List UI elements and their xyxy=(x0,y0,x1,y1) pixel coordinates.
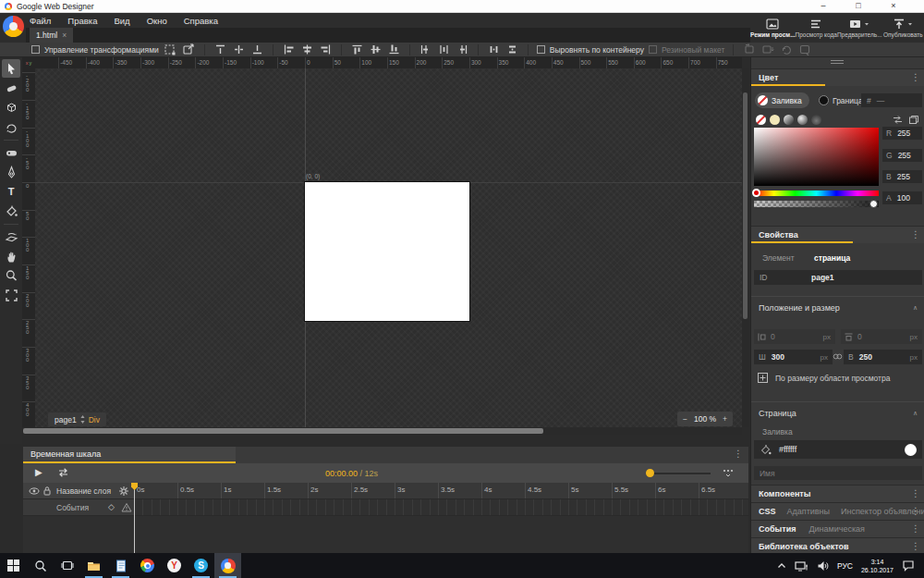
tab-events[interactable]: События xyxy=(759,524,796,534)
minimize-button[interactable]: – xyxy=(809,0,837,12)
space-vertical-icon[interactable] xyxy=(505,43,519,55)
events-track[interactable] xyxy=(134,499,748,516)
vertical-scrollbar-thumb[interactable] xyxy=(743,92,748,319)
fill-mode-button[interactable]: Заливка xyxy=(755,92,809,108)
flip-center-icon[interactable] xyxy=(232,43,246,55)
language-indicator[interactable]: РУС xyxy=(837,561,853,571)
volume-icon[interactable] xyxy=(817,560,829,572)
transform-checkbox[interactable] xyxy=(31,45,40,54)
swap-colors-icon[interactable] xyxy=(892,115,904,125)
gwd-taskbar-icon[interactable] xyxy=(214,553,241,578)
lock-icon[interactable] xyxy=(43,486,52,496)
events-menu-icon[interactable]: ⋮ xyxy=(911,524,920,534)
css-panel-header[interactable]: CSS Адаптивны Инспектор объявлени ⋮ xyxy=(751,502,924,520)
border-mode-button[interactable]: Граница xyxy=(819,92,863,108)
artboard-page1[interactable] xyxy=(305,182,469,321)
events-panel-header[interactable]: События Динамическая ⋮ xyxy=(751,520,924,537)
breadcrumb-element[interactable]: page1 xyxy=(55,415,77,424)
height-input[interactable]: В 250 px xyxy=(844,350,922,364)
hand-tool[interactable] xyxy=(2,247,20,265)
alpha-slider-knob[interactable] xyxy=(869,200,878,208)
panel-drag-handle[interactable] xyxy=(831,60,844,64)
components-panel-header[interactable]: Компоненты ⋮ xyxy=(751,485,924,502)
close-button[interactable]: × xyxy=(880,0,907,12)
color-saturation-area[interactable] xyxy=(754,128,879,186)
link-dimensions-icon[interactable] xyxy=(833,352,843,361)
align-top-icon[interactable] xyxy=(350,43,364,55)
color-panel-menu-icon[interactable]: ⋮ xyxy=(911,73,920,82)
space-horizontal-icon[interactable] xyxy=(487,43,501,55)
3d-stage-rotate-tool[interactable] xyxy=(2,228,20,246)
scale-transform-icon[interactable] xyxy=(182,43,196,55)
zoom-out-button[interactable]: − xyxy=(683,414,687,424)
alpha-input[interactable]: A100 xyxy=(882,191,922,204)
notepad-app-icon[interactable] xyxy=(107,553,134,578)
hue-slider[interactable] xyxy=(754,191,879,196)
timeline-zoom-slider[interactable] xyxy=(650,473,711,474)
chrome-icon[interactable] xyxy=(134,553,161,578)
tag-shape-tool[interactable] xyxy=(2,79,20,97)
page-name-input[interactable]: Имя xyxy=(754,466,922,480)
page-fill-swatch[interactable] xyxy=(905,444,917,456)
flip-bottom-icon[interactable] xyxy=(250,43,264,55)
swatch-linear-gradient[interactable] xyxy=(784,115,794,125)
text-tool[interactable]: T xyxy=(2,182,20,201)
skype-icon[interactable]: S xyxy=(188,553,214,578)
tray-expand-icon[interactable] xyxy=(777,562,786,570)
vertical-scrollbar[interactable] xyxy=(742,68,748,427)
keyframe-diamond-icon[interactable]: ◇ xyxy=(108,502,115,511)
gear-icon[interactable] xyxy=(118,486,129,497)
horizontal-scrollbar-thumb[interactable] xyxy=(23,428,543,434)
tab-1html[interactable]: 1.html × xyxy=(30,28,73,43)
menu-item[interactable]: Окно xyxy=(147,16,167,26)
alpha-slider[interactable] xyxy=(754,201,879,207)
properties-panel-menu-icon[interactable]: ⋮ xyxy=(911,230,920,240)
timeline-menu-icon[interactable]: ⋮ xyxy=(734,449,743,459)
css-menu-icon[interactable]: ⋮ xyxy=(911,507,920,516)
tab-adaptive[interactable]: Адаптивны xyxy=(787,507,831,516)
possize-section-header[interactable]: Положение и размер ∧ xyxy=(751,300,924,316)
tab-css[interactable]: CSS xyxy=(759,507,776,516)
maximize-button[interactable]: □ xyxy=(845,0,872,12)
task-view-icon[interactable] xyxy=(54,553,80,578)
distribute-right-icon[interactable] xyxy=(456,43,469,55)
swatch-none[interactable] xyxy=(756,115,766,125)
fit-to-viewport-button[interactable]: По размеру области просмотра xyxy=(757,372,890,384)
pen-tool[interactable] xyxy=(2,163,20,181)
page-section-header[interactable]: Страница ∧ xyxy=(751,405,924,422)
distribute-left-icon[interactable] xyxy=(419,43,432,55)
green-input[interactable]: G255 xyxy=(882,149,922,162)
collapse-chevron-icon[interactable]: ∧ xyxy=(913,304,918,312)
width-input[interactable]: Ш 300 px xyxy=(754,350,833,364)
taskbar-clock[interactable]: 3:14 26.10.2017 xyxy=(861,558,894,574)
page-fill-input[interactable]: #ffffff xyxy=(754,440,922,459)
loop-icon[interactable] xyxy=(56,467,70,478)
collapse-chevron-icon[interactable]: ∧ xyxy=(913,410,918,417)
code-view-button[interactable]: Просмотр кода xyxy=(796,13,837,43)
3d-object-tool[interactable] xyxy=(2,98,20,117)
yandex-browser-icon[interactable]: Y xyxy=(161,553,188,578)
start-button[interactable] xyxy=(0,553,27,578)
align-middle-icon[interactable] xyxy=(369,43,383,55)
breadcrumb[interactable]: page1 Div xyxy=(48,412,106,426)
library-menu-icon[interactable]: ⋮ xyxy=(911,542,920,551)
swatch-radial-gradient[interactable] xyxy=(797,115,808,125)
zoom-in-button[interactable]: + xyxy=(723,414,727,424)
flip-top-icon[interactable] xyxy=(213,43,227,55)
action-center-icon[interactable] xyxy=(902,560,915,572)
design-mode-button[interactable]: Режим просм... xyxy=(750,13,796,43)
preview-button[interactable]: Предваритель... xyxy=(837,13,882,43)
keyframe-options-icon[interactable] xyxy=(722,467,735,478)
align-left-icon[interactable] xyxy=(282,43,296,55)
menu-item[interactable]: Справка xyxy=(184,16,218,26)
hue-slider-knob[interactable] xyxy=(752,189,760,197)
components-menu-icon[interactable]: ⋮ xyxy=(911,489,920,498)
timeline-tab[interactable]: Временная шкала xyxy=(23,447,236,463)
menu-item[interactable]: Файл xyxy=(30,16,51,26)
timeline-zoom-knob[interactable] xyxy=(646,469,654,477)
menu-item[interactable]: Вид xyxy=(114,16,129,26)
hex-color-input[interactable]: # — xyxy=(861,93,922,107)
copy-color-icon[interactable] xyxy=(908,115,919,125)
align-center-h-icon[interactable] xyxy=(300,43,314,55)
taskbar-search-icon[interactable] xyxy=(27,553,54,578)
